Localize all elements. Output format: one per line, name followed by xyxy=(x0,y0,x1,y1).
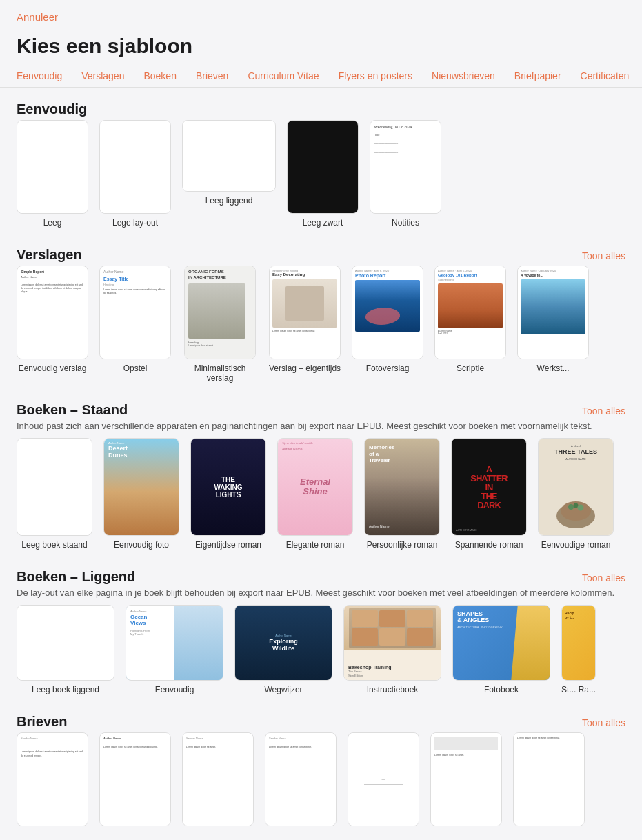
brieven-show-all[interactable]: Toon alles xyxy=(582,717,625,728)
template-brief-1[interactable]: Sender Name Lorem ipsum dolor sit amet c… xyxy=(17,732,88,830)
tab-eenvoudig[interactable]: Eenvoudig xyxy=(17,66,70,87)
template-strak-liggend[interactable]: Recip...by t... St... Ra... xyxy=(561,605,596,694)
template-elegante-roman-label: Elegante roman xyxy=(286,540,345,550)
boeken-liggend-show-all[interactable]: Toon alles xyxy=(582,572,625,583)
template-brief-7[interactable]: Lorem ipsum dolor sit amet consectetur. xyxy=(513,732,585,830)
template-wegwijzer[interactable]: Author Name ExploringWildlife Wegwijzer xyxy=(234,605,332,694)
tab-nieuwsbrieven[interactable]: Nieuwsbrieven xyxy=(423,66,503,87)
verslagen-templates-row: Simple Report Author Name Lorem ipsum do… xyxy=(17,266,625,383)
template-eenvoudig-verslag-label: Eenvoudig verslag xyxy=(19,363,87,373)
template-fotoverslag-label: Fotoverslag xyxy=(366,363,410,373)
template-eenvoudig-verslag[interactable]: Simple Report Author Name Lorem ipsum do… xyxy=(17,266,88,383)
template-instructieboek[interactable]: Bakeshop Training The Basics Sign Editio… xyxy=(343,605,441,694)
template-fotoboek[interactable]: SHAPES& ANGLES ARCHITECTURAL PHOTOGRAPHY… xyxy=(452,605,550,694)
template-leeg[interactable]: Leeg xyxy=(17,120,88,228)
template-elegante-roman[interactable]: Tip or click to add subtitle Author Name… xyxy=(277,438,353,550)
template-notities-label: Notities xyxy=(392,218,419,228)
template-fotoverslag[interactable]: Author Name · April 6, 2020 Photo Report… xyxy=(352,266,423,383)
section-brieven: Brieven Toon alles Sender Name Lorem ips… xyxy=(17,714,625,830)
template-scriptie[interactable]: Author Name · April 6, 2020 Geology 101 … xyxy=(434,266,506,383)
template-eenvoudig-liggend[interactable]: Author Name OceanViews Highlights FromMy… xyxy=(126,605,223,694)
template-meer-staand[interactable]: › M... xyxy=(625,438,625,550)
tab-boeken[interactable]: Boeken xyxy=(135,66,184,87)
template-minimalistisch-label: Minimalistisch verslag xyxy=(182,363,258,383)
page-title: Kies een sjabloon xyxy=(0,29,642,66)
top-bar: Annuleer xyxy=(0,0,642,29)
template-persoonlijke-roman-label: Persoonlijke roman xyxy=(367,540,438,550)
template-opstel-label: Opstel xyxy=(123,363,148,373)
verslagen-show-all[interactable]: Toon alles xyxy=(582,250,625,261)
template-lege-layout[interactable]: Lege lay-out xyxy=(99,120,171,228)
section-eenvoudig-header: Eenvoudig xyxy=(17,101,625,117)
template-eenvoudig-foto[interactable]: Author Name DesertDunes Eenvoudig foto xyxy=(103,438,179,550)
tab-flyers[interactable]: Flyers en posters xyxy=(330,66,421,87)
section-boeken-liggend-title: Boeken – Liggend xyxy=(17,569,135,585)
section-verslagen-header: Verslagen Toon alles xyxy=(17,247,625,263)
template-fotoboek-label: Fotoboek xyxy=(484,685,519,694)
section-verslagen: Verslagen Toon alles Simple Report Autho… xyxy=(17,247,625,383)
svg-point-4 xyxy=(578,505,584,511)
svg-point-2 xyxy=(568,504,574,510)
template-leeg-zwart-label: Leeg zwart xyxy=(303,218,343,228)
eenvoudig-templates-row: Leeg Lege lay-out Leeg liggend xyxy=(17,120,625,228)
template-eigentijds[interactable]: Simple Home Styling Easy Decorating Lore… xyxy=(269,266,341,383)
boeken-staand-subtitle: Inhoud past zich aan verschillende appar… xyxy=(17,421,625,431)
template-brief-4[interactable]: Sender Name Lorem ipsum dolor sit amet c… xyxy=(265,732,337,830)
template-leeg-boek-staand[interactable]: Leeg boek staand xyxy=(17,438,92,550)
template-eenvoudig-foto-label: Eenvoudig foto xyxy=(114,540,169,550)
tab-cv[interactable]: Curriculum Vitae xyxy=(239,66,327,87)
template-werkstuk[interactable]: Author Name · January 2020 A Voyage to..… xyxy=(517,266,589,383)
template-lege-layout-label: Lege lay-out xyxy=(112,218,158,228)
template-leeg-liggend[interactable]: Leeg liggend xyxy=(182,120,276,228)
section-eenvoudig-title: Eenvoudig xyxy=(17,101,87,117)
svg-point-3 xyxy=(574,503,579,508)
section-brieven-header: Brieven Toon alles xyxy=(17,714,625,730)
boeken-staand-templates-row: Leeg boek staand Author Name DesertDunes… xyxy=(17,438,625,550)
template-minimalistisch[interactable]: ORGANIC FORMSIN ARCHITECTURE Heading Lor… xyxy=(182,266,258,383)
template-leeg-zwart[interactable]: Leeg zwart xyxy=(287,120,359,228)
section-boeken-staand: Boeken – Staand Toon alles Inhoud past z… xyxy=(17,402,625,550)
tab-brieven[interactable]: Brieven xyxy=(188,66,237,87)
template-instructieboek-label: Instructieboek xyxy=(367,685,419,694)
cancel-button[interactable]: Annuleer xyxy=(17,11,58,23)
template-eigentijds-label: Verslag – eigentijds xyxy=(269,363,341,373)
template-werkstuk-label: Werkst... xyxy=(537,363,570,373)
template-brief-5[interactable]: — xyxy=(348,732,419,830)
template-notities[interactable]: Wednesday, To Do 2024 Title─────────────… xyxy=(370,120,441,228)
template-brief-6[interactable]: Lorem ipsum dolor sit amet. xyxy=(430,732,502,830)
template-wegwijzer-label: Wegwijzer xyxy=(264,685,302,694)
nav-tabs: Eenvoudig Verslagen Boeken Brieven Curri… xyxy=(0,66,642,88)
main-content: Eenvoudig Leeg Lege lay-out xyxy=(0,88,642,840)
template-opstel[interactable]: Author Name Essay Title Heading Lorem ip… xyxy=(99,266,171,383)
boeken-liggend-subtitle: De lay-out van elke pagina in je boek bl… xyxy=(17,588,625,598)
template-eenvoudige-roman-label: Eenvoudige roman xyxy=(541,540,611,550)
template-leeg-boek-liggend[interactable]: Leeg boek liggend xyxy=(17,605,114,694)
boeken-staand-show-all[interactable]: Toon alles xyxy=(582,406,625,417)
tab-briefpapier[interactable]: Briefpapier xyxy=(506,66,570,87)
template-scriptie-label: Scriptie xyxy=(457,363,484,373)
template-eigentijdse-roman-label: Eigentijdse roman xyxy=(195,540,261,550)
template-eenvoudig-liggend-label: Eenvoudig xyxy=(155,685,194,694)
template-brief-2[interactable]: Author Name Lorem ipsum dolor sit amet c… xyxy=(99,732,171,830)
section-boeken-staand-title: Boeken – Staand xyxy=(17,402,128,418)
template-leeg-liggend-label: Leeg liggend xyxy=(205,196,253,206)
section-eenvoudig: Eenvoudig Leeg Lege lay-out xyxy=(17,101,625,228)
template-spannende-roman[interactable]: ASHATTERINTHEDARK AUTHOR NAME Spannende … xyxy=(451,438,527,550)
template-brief-3[interactable]: Sender Name Lorem ipsum dolor sit amet. xyxy=(182,732,254,830)
tab-verslagen[interactable]: Verslagen xyxy=(73,66,132,87)
template-persoonlijke-roman[interactable]: Memoriesof aTraveler Author Name Persoon… xyxy=(364,438,440,550)
tab-certificaten[interactable]: Certificaten xyxy=(572,66,638,87)
brieven-templates-row: Sender Name Lorem ipsum dolor sit amet c… xyxy=(17,732,625,830)
template-strak-label: St... Ra... xyxy=(561,685,596,694)
section-verslagen-title: Verslagen xyxy=(17,247,82,263)
template-leeg-boek-staand-label: Leeg boek staand xyxy=(21,540,87,550)
template-leeg-label: Leeg xyxy=(43,218,62,228)
section-boeken-staand-header: Boeken – Staand Toon alles xyxy=(17,402,625,418)
boeken-liggend-templates-row: Leeg boek liggend Author Name OceanViews… xyxy=(17,605,625,694)
section-brieven-title: Brieven xyxy=(17,714,67,730)
template-leeg-boek-liggend-label: Leeg boek liggend xyxy=(32,685,99,694)
template-eenvoudige-roman[interactable]: A Novel THREE TALES AUTHOR NAME xyxy=(538,438,614,550)
template-spannende-roman-label: Spannende roman xyxy=(455,540,523,550)
template-eigentijdse-roman[interactable]: THEWAKINGLIGHTS Eigentijdse roman xyxy=(190,438,266,550)
section-boeken-liggend-header: Boeken – Liggend Toon alles xyxy=(17,569,625,585)
